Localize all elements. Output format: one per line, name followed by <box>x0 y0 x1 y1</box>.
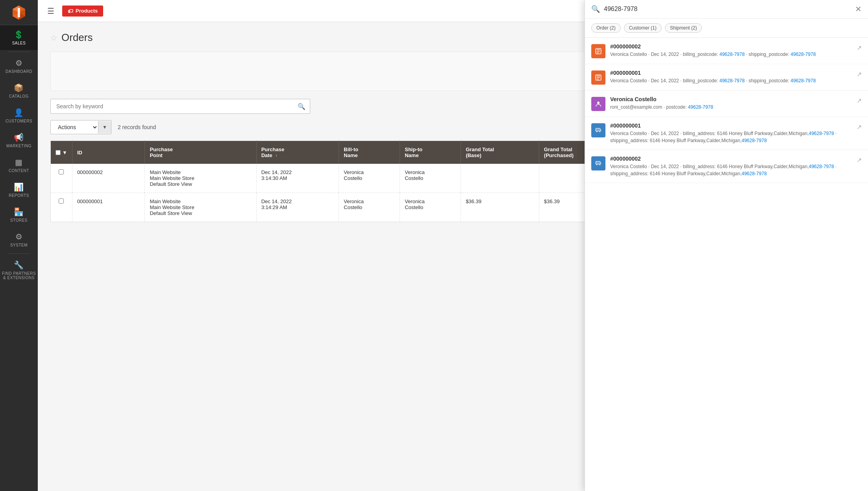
filter-tab-customer[interactable]: Customer (1) <box>624 23 662 33</box>
svg-point-14 <box>600 165 600 165</box>
external-link-shipment-1[interactable]: ↗ <box>857 123 862 131</box>
search-result-shipment-2[interactable]: #000000002 Veronica Costello · Dec 14, 2… <box>585 150 868 183</box>
search-overlay[interactable]: 🔍 ✕ Order (2) Customer (1) Shipment (2) … <box>0 0 868 491</box>
result-title-shipment-1: #000000001 <box>610 122 852 129</box>
highlight-5b: 49628-7978 <box>742 171 767 176</box>
search-result-customer-1[interactable]: Veronica Costello roni_cost@example.com … <box>585 91 868 117</box>
search-results: #000000002 Veronica Costello · Dec 14, 2… <box>585 38 868 491</box>
result-title-customer-1: Veronica Costello <box>610 96 852 102</box>
search-panel-input[interactable] <box>604 6 851 13</box>
result-icon-shipment-1 <box>591 123 605 137</box>
result-meta-customer-1: roni_cost@example.com · postcode: 49628-… <box>610 104 852 111</box>
result-meta-shipment-2: Veronica Costello · Dec 14, 2022 · billi… <box>610 163 852 177</box>
result-icon-customer-1 <box>591 97 605 111</box>
filter-tab-shipment[interactable]: Shipment (2) <box>665 23 702 33</box>
result-content-shipment-2: #000000002 Veronica Costello · Dec 14, 2… <box>610 156 852 177</box>
filter-tab-order[interactable]: Order (2) <box>591 23 621 33</box>
highlight-4b: 49628-7978 <box>742 138 767 143</box>
external-link-shipment-2[interactable]: ↗ <box>857 156 862 164</box>
highlight-4a: 49628-7978 <box>809 131 834 136</box>
search-panel-clear-button[interactable]: ✕ <box>855 5 862 13</box>
result-icon-order-1 <box>591 44 605 58</box>
highlight-2b: 49628-7978 <box>790 78 816 83</box>
svg-point-12 <box>600 132 600 132</box>
svg-point-11 <box>596 132 597 132</box>
svg-point-10 <box>597 102 600 104</box>
result-title-shipment-2: #000000002 <box>610 156 852 162</box>
search-panel-icon: 🔍 <box>591 5 600 13</box>
result-title-order-1: #000000002 <box>610 43 852 50</box>
highlight-1a: 49628-7978 <box>720 52 745 57</box>
search-result-shipment-1[interactable]: #000000001 Veronica Costello · Dec 14, 2… <box>585 117 868 150</box>
result-meta-order-2: Veronica Costello · Dec 14, 2022 · billi… <box>610 77 852 84</box>
external-link-order-1[interactable]: ↗ <box>857 44 862 52</box>
result-meta-order-1: Veronica Costello · Dec 14, 2022 · billi… <box>610 51 852 58</box>
result-title-order-2: #000000001 <box>610 70 852 76</box>
highlight-3a: 49628-7978 <box>688 104 713 110</box>
result-icon-shipment-2 <box>591 156 605 170</box>
result-content-order-1: #000000002 Veronica Costello · Dec 14, 2… <box>610 43 852 58</box>
result-content-order-2: #000000001 Veronica Costello · Dec 14, 2… <box>610 70 852 84</box>
search-result-order-1[interactable]: #000000002 Veronica Costello · Dec 14, 2… <box>585 38 868 64</box>
search-panel-header: 🔍 ✕ <box>585 0 868 19</box>
external-link-customer-1[interactable]: ↗ <box>857 97 862 104</box>
highlight-2a: 49628-7978 <box>720 78 745 83</box>
search-panel: 🔍 ✕ Order (2) Customer (1) Shipment (2) … <box>585 0 868 491</box>
filter-tabs: Order (2) Customer (1) Shipment (2) <box>585 19 868 38</box>
result-content-shipment-1: #000000001 Veronica Costello · Dec 14, 2… <box>610 122 852 144</box>
highlight-1b: 49628-7978 <box>790 52 816 57</box>
svg-point-13 <box>596 165 597 165</box>
result-meta-shipment-1: Veronica Costello · Dec 14, 2022 · billi… <box>610 130 852 144</box>
result-icon-order-2 <box>591 70 605 85</box>
search-result-order-2[interactable]: #000000001 Veronica Costello · Dec 14, 2… <box>585 64 868 91</box>
result-content-customer-1: Veronica Costello roni_cost@example.com … <box>610 96 852 111</box>
external-link-order-2[interactable]: ↗ <box>857 70 862 78</box>
highlight-5a: 49628-7978 <box>809 164 834 169</box>
